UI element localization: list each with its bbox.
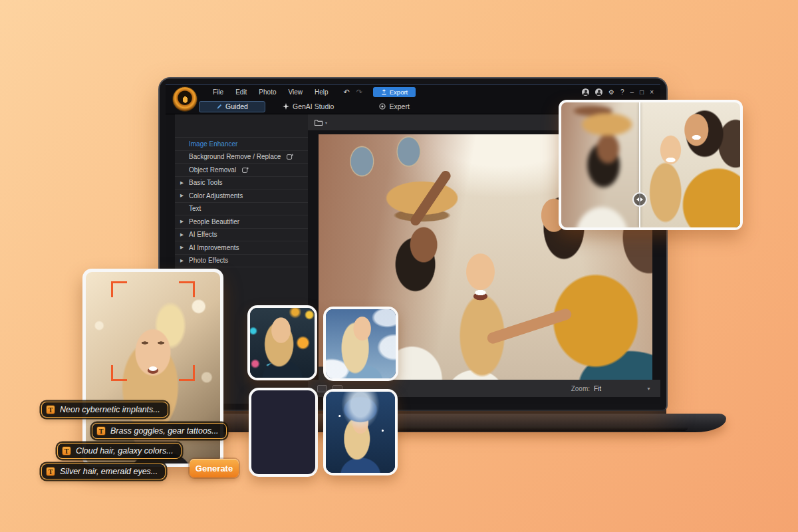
sidebar-item-color-adjustments[interactable]: ▶ Color Adjustments — [175, 190, 308, 203]
face-bracket-top-right — [179, 281, 195, 297]
sidebar-item-basic-tools[interactable]: ▶ Basic Tools — [175, 177, 308, 190]
sidebar-header — [175, 114, 308, 138]
pencil-icon — [216, 104, 222, 110]
export-label: Export — [390, 88, 408, 96]
ai-edit-icon — [287, 154, 294, 160]
prompt-chip-2[interactable]: T Brass goggles, gear tattoos... — [92, 423, 227, 439]
folder-icon[interactable] — [314, 118, 323, 126]
sidebar-item-text[interactable]: Text — [175, 203, 308, 216]
sidebar-item-object-removal[interactable]: Object Removal — [175, 164, 308, 177]
before-side — [561, 102, 640, 227]
sidebar-item-label: Object Removal — [189, 166, 236, 174]
generated-thumbnail-cyberpunk[interactable] — [247, 305, 317, 380]
tab-guided-label: Guided — [225, 102, 248, 110]
help-icon[interactable]: ? — [620, 89, 624, 96]
export-icon — [381, 89, 387, 95]
sidebar-item-label: Image Enhancer — [189, 140, 237, 148]
after-side — [640, 102, 740, 227]
menu-bar: File Edit Photo View Help ↶ ↷ Export ⚙ — [166, 85, 660, 99]
face-bracket-bottom-left — [111, 365, 127, 381]
menu-edit[interactable]: Edit — [229, 88, 253, 96]
export-button[interactable]: Export — [373, 87, 416, 97]
text-prompt-icon: T — [46, 467, 55, 476]
generated-thumbnail-emerald[interactable] — [249, 388, 318, 477]
sidebar-item-photo-effects[interactable]: ▶ Photo Effects — [175, 255, 308, 268]
sidebar-item-label: Basic Tools — [189, 179, 222, 186]
compare-divider — [639, 102, 640, 227]
redo-icon[interactable]: ↷ — [356, 88, 362, 96]
close-icon[interactable]: × — [650, 89, 654, 96]
generate-button[interactable]: Generate — [190, 459, 239, 477]
text-prompt-icon: T — [96, 426, 106, 436]
photo-figure-arm — [486, 307, 573, 345]
chevron-down-icon: ▼ — [646, 386, 651, 391]
tab-guided[interactable]: Guided — [199, 101, 265, 112]
settings-gear-icon[interactable]: ⚙ — [608, 89, 614, 96]
sign-in-icon[interactable] — [595, 88, 602, 96]
sidebar-item-label: Text — [189, 205, 201, 212]
generate-label: Generate — [196, 464, 233, 473]
prompt-chip-1[interactable]: T Neon cybernetic implants... — [41, 402, 168, 418]
sparkle-icon — [283, 103, 289, 110]
text-prompt-icon: T — [62, 446, 71, 456]
zoom-dropdown[interactable]: Fit ▼ — [594, 385, 651, 392]
expand-caret-icon: ▶ — [180, 232, 186, 237]
window-controls: ⚙ ? – □ × — [582, 88, 654, 96]
prompt-chip-3[interactable]: T Cloud hair, galaxy colors... — [57, 443, 182, 459]
app-logo-icon — [172, 86, 198, 112]
sidebar-item-label: Color Adjustments — [189, 192, 243, 200]
sidebar-item-image-enhancer[interactable]: Image Enhancer — [175, 138, 308, 151]
sidebar-item-people-beautifier[interactable]: ▶ People Beautifier — [175, 215, 308, 229]
sidebar-item-label: AI Effects — [189, 231, 217, 238]
folder-caret-icon[interactable]: ▾ — [325, 120, 327, 125]
arrow-right-icon — [640, 198, 643, 201]
minimize-icon[interactable]: – — [630, 89, 634, 96]
expand-caret-icon: ▶ — [180, 245, 186, 250]
zoom-control: Zoom: Fit ▼ — [571, 385, 651, 392]
prompt-chip-4[interactable]: T Silver hair, emerald eyes... — [41, 464, 166, 479]
undo-icon[interactable]: ↶ — [344, 88, 350, 96]
prompt-text: Silver hair, emerald eyes... — [60, 467, 158, 476]
before-after-card — [559, 100, 743, 230]
menu-file[interactable]: File — [207, 88, 229, 96]
prompt-text: Cloud hair, galaxy colors... — [76, 446, 174, 456]
sidebar-item-background-remove[interactable]: Background Remove / Replace — [175, 151, 308, 164]
expand-caret-icon: ▶ — [180, 180, 186, 186]
tab-expert[interactable]: Expert — [379, 102, 409, 110]
expand-caret-icon: ▶ — [180, 193, 186, 198]
prompt-text: Brass goggles, gear tattoos... — [110, 426, 219, 436]
sidebar-item-ai-improvements[interactable]: ▶ AI Improvements — [175, 241, 308, 255]
arrow-left-icon — [636, 198, 639, 201]
expert-badge-icon — [379, 103, 386, 110]
tab-expert-label: Expert — [389, 102, 409, 110]
face-bracket-bottom-right — [179, 365, 195, 381]
menu-items: File Edit Photo View Help — [207, 88, 334, 96]
generated-thumbnail-blue-hood[interactable] — [323, 389, 398, 475]
zoom-value: Fit — [594, 385, 601, 392]
view-single-icon[interactable] — [317, 385, 327, 392]
sidebar-item-label: People Beautifier — [189, 218, 239, 225]
tab-genai-label: GenAI Studio — [293, 102, 334, 110]
sidebar-item-label: Photo Effects — [189, 257, 228, 264]
history-controls: ↶ ↷ — [344, 88, 362, 96]
tab-genai-studio[interactable]: GenAI Studio — [283, 102, 334, 110]
sidebar-item-label: Background Remove / Replace — [189, 153, 281, 160]
expand-caret-icon: ▶ — [180, 219, 186, 224]
maximize-icon[interactable]: □ — [640, 89, 644, 96]
ai-edit-icon — [242, 167, 249, 173]
sidebar-item-ai-effects[interactable]: ▶ AI Effects — [175, 229, 308, 242]
text-prompt-icon: T — [46, 405, 55, 414]
menu-help[interactable]: Help — [309, 88, 334, 96]
menu-photo[interactable]: Photo — [253, 88, 282, 96]
user-avatar-icon[interactable] — [582, 88, 589, 96]
photo-figure-arm — [408, 169, 452, 227]
menu-view[interactable]: View — [283, 88, 309, 96]
prompt-text: Neon cybernetic implants... — [60, 405, 160, 414]
generated-thumbnail-clouds[interactable] — [323, 307, 398, 381]
sidebar-item-label: AI Improvements — [189, 244, 239, 251]
zoom-label: Zoom: — [571, 385, 590, 392]
face-bracket-top-left — [111, 281, 127, 297]
expand-caret-icon: ▶ — [180, 258, 186, 263]
